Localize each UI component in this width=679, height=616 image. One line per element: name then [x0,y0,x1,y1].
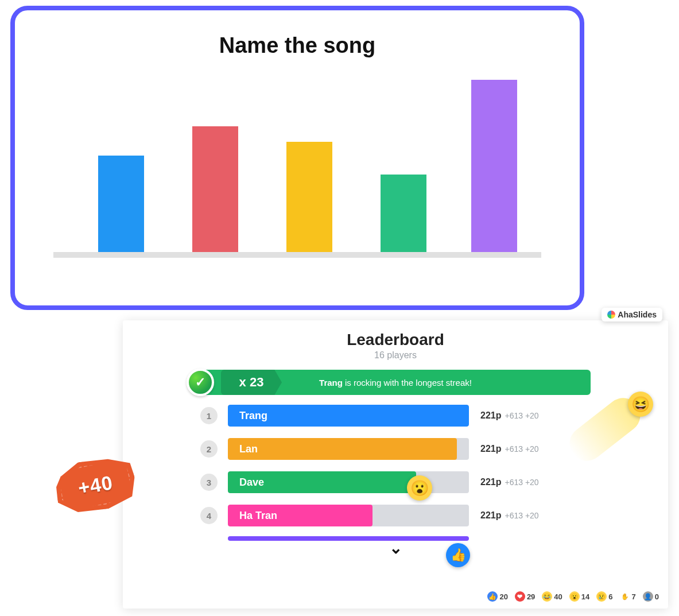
row-bar-track: Dave [228,471,469,493]
leaderboard-rows: 1 Trang 221p +613 +20 2 Lan 221p +613 [200,403,591,541]
laugh-count: 40 [554,592,562,601]
delta-2: +20 [525,444,539,454]
row-bar-fill: Trang [228,405,469,427]
leaderboard-row: 4 Ha Tran 221p +613 +20 [200,503,591,528]
chart-baseline [53,252,541,258]
brand-badge: AhaSlides [602,308,662,321]
brand-name: AhaSlides [618,310,657,319]
row-bar-fill: Lan [228,438,457,460]
player-deltas: +613 +20 [505,411,538,420]
reaction-sad[interactable]: 😢 6 [596,591,612,602]
streak-player-name: Trang [319,378,343,388]
rank-badge: 2 [200,440,218,458]
player-name: Ha Tran [239,510,277,522]
rank-badge: 4 [200,507,218,524]
leaderboard-card: AhaSlides Leaderboard 16 players Trang i… [123,320,668,609]
thumbs-up-reaction-icon[interactable]: 👍 [446,543,470,567]
reaction-hand[interactable]: ✋ 7 [620,591,636,602]
expand-chevron-icon[interactable]: ⌄ [123,538,668,557]
chart-card: Name the song [10,6,584,310]
delta-1: +613 [505,444,523,454]
leaderboard-row: 1 Trang 221p +613 +20 [200,403,591,428]
streak-message-text: is rocking with the longest streak! [345,378,472,388]
laugh-reaction-icon[interactable]: 😆 [628,392,653,417]
sad-icon: 😢 [596,591,607,602]
player-deltas: +613 +20 [505,444,538,454]
chart-bar-5 [471,80,517,252]
player-score: 221p [480,410,501,421]
like-count: 20 [499,592,507,601]
row-bar-fill: Dave [228,471,416,493]
delta-1: +613 [505,478,523,487]
raised-hand-icon: ✋ [620,591,630,602]
leaderboard-row-partial [228,536,469,541]
streak-count: x 23 [221,370,282,395]
delta-2: +20 [525,511,539,520]
streak-banner: Trang is rocking with the longest streak… [200,370,591,395]
chart-title: Name the song [32,33,562,58]
like-icon: 👍 [487,591,498,602]
person-icon: 👤 [643,591,653,602]
leaderboard-row: 3 Dave 221p +613 +20 [200,470,591,495]
reaction-wow[interactable]: 😮 14 [569,591,589,602]
leaderboard-row: 2 Lan 221p +613 +20 [200,436,591,462]
row-bar-fill: Ha Tran [228,505,373,526]
delta-1: +613 [505,511,523,520]
delta-1: +613 [505,411,523,420]
delta-2: +20 [525,411,539,420]
row-bar-track: Trang [228,405,469,427]
leaderboard-player-count: 16 players [123,350,668,361]
chart-area [59,74,536,258]
love-count: 29 [527,592,535,601]
chart-bar-4 [381,175,426,252]
player-name: Lan [239,443,258,455]
streak-gem-icon: ✓ [187,369,214,396]
leaderboard-title: Leaderboard [123,331,668,349]
points-sticker-value: +40 [76,471,115,499]
reaction-like[interactable]: 👍 20 [487,591,507,602]
delta-2: +20 [525,478,539,487]
rank-badge: 1 [200,407,218,424]
chart-bar-1 [98,156,144,252]
rank-badge: 3 [200,474,218,491]
reaction-person[interactable]: 👤 0 [643,591,659,602]
player-deltas: +613 +20 [505,478,538,487]
sad-count: 6 [608,592,612,601]
reaction-laugh[interactable]: 😂 40 [542,591,562,602]
player-name: Dave [239,476,264,489]
chart-bar-3 [286,142,332,252]
row-bar-track: Ha Tran [228,505,469,526]
player-deltas: +613 +20 [505,511,538,520]
laugh-icon: 😂 [542,591,552,602]
wow-count: 14 [581,592,589,601]
reaction-love[interactable]: ❤ 29 [515,591,535,602]
player-name: Trang [239,410,267,422]
reaction-counter-bar: 👍 20 ❤ 29 😂 40 😮 14 😢 6 ✋ 7 👤 0 [487,591,659,602]
brand-logo-icon [607,311,615,319]
player-score: 221p [480,477,501,487]
player-score: 221p [480,444,501,454]
heart-icon: ❤ [515,591,525,602]
wow-reaction-icon[interactable]: 😮 [407,475,432,501]
person-count: 0 [655,592,659,601]
row-bar-track: Lan [228,438,469,460]
hand-count: 7 [632,592,636,601]
wow-icon: 😮 [569,591,580,602]
player-score: 221p [480,510,501,521]
chart-bar-2 [192,126,238,252]
